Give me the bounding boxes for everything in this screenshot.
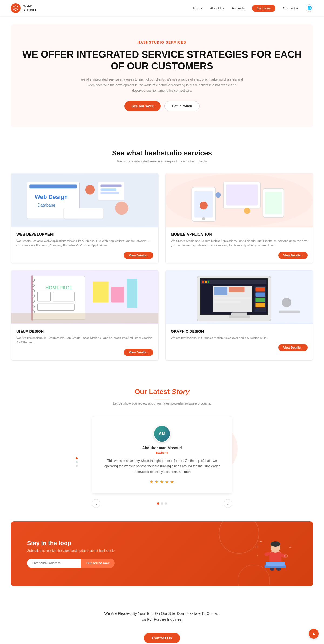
svg-rect-53 bbox=[214, 287, 227, 295]
testimonial-role: Backend bbox=[103, 451, 221, 454]
dot-1[interactable] bbox=[76, 457, 78, 459]
view-details-uiux[interactable]: View Details › bbox=[124, 349, 153, 356]
pagination-dot-1[interactable] bbox=[157, 502, 159, 505]
service-card-mobile: MOBILE APPLICATION We Create Stable and … bbox=[165, 173, 313, 263]
contact-us-button[interactable]: Contact Us bbox=[144, 633, 180, 643]
service-card-graphic: GRAPHIC DESIGN We are professional in Gr… bbox=[165, 270, 313, 361]
testimonial-avatar: AM bbox=[153, 425, 171, 442]
svg-text:hs: hs bbox=[14, 7, 17, 10]
newsletter-title: Stay in the loop bbox=[27, 540, 115, 547]
dot-2[interactable] bbox=[76, 461, 78, 463]
service-desc-webdev: We Create Scalable Web Applications Whic… bbox=[16, 239, 153, 248]
service-title-graphic: GRAPHIC DESIGN bbox=[171, 329, 308, 333]
testimonial-divider bbox=[155, 399, 169, 399]
view-details-webdev[interactable]: View Details › bbox=[124, 252, 153, 259]
arrow-icon: › bbox=[147, 351, 148, 354]
testimonial-dots-left bbox=[76, 457, 78, 467]
svg-rect-80 bbox=[266, 562, 285, 566]
services-header: See what hashstudio services We provide … bbox=[11, 149, 313, 163]
svg-point-74 bbox=[271, 541, 280, 547]
svg-rect-65 bbox=[279, 310, 300, 313]
svg-point-23 bbox=[200, 201, 208, 209]
hero-buttons: See our work Get in touch bbox=[22, 101, 302, 111]
newsletter-form: Subscribe now bbox=[27, 559, 115, 568]
svg-rect-60 bbox=[255, 298, 265, 302]
service-image-webdev: Web Design Database bbox=[11, 173, 158, 227]
svg-rect-20 bbox=[226, 184, 258, 205]
svg-rect-4 bbox=[29, 184, 77, 188]
svg-rect-22 bbox=[265, 192, 282, 214]
nav-contact[interactable]: Contact ▾ bbox=[283, 6, 298, 10]
pagination-dot-2[interactable] bbox=[161, 502, 163, 505]
service-card-body-mobile: MOBILE APPLICATION We Create Stable and … bbox=[166, 227, 313, 263]
svg-rect-56 bbox=[214, 301, 241, 303]
svg-rect-11 bbox=[101, 192, 119, 194]
service-desc-uiux: We Are Professional In Graphics We Can C… bbox=[16, 336, 153, 345]
svg-text:⚙: ⚙ bbox=[255, 545, 259, 549]
get-in-touch-button[interactable]: Get in touch bbox=[164, 101, 200, 111]
hero-title: WE OFFER INTEGRATED SERVICE STRATEGIES F… bbox=[22, 49, 302, 72]
hero-section: HASHSTUDIO SERVICES WE OFFER INTEGRATED … bbox=[11, 24, 313, 127]
service-card-body-uiux: UI&UX DESIGN We Are Professional In Grap… bbox=[11, 324, 158, 360]
scroll-to-top-button[interactable]: ▲ bbox=[309, 629, 319, 639]
svg-text:Database: Database bbox=[38, 203, 56, 208]
language-selector[interactable]: 🌐 bbox=[306, 4, 313, 12]
svg-text:✦: ✦ bbox=[289, 546, 291, 549]
testimonial-subtitle: Let Us show you review about our latest … bbox=[11, 402, 313, 405]
svg-rect-13 bbox=[64, 208, 103, 219]
hero-subtitle: HASHSTUDIO SERVICES bbox=[22, 41, 302, 44]
svg-rect-49 bbox=[202, 281, 204, 283]
service-image-uiux: HOMEPAGE bbox=[11, 270, 158, 324]
svg-rect-40 bbox=[11, 313, 158, 323]
testimonial-wrapper: AM Abdulrahman Masoud Backend This websi… bbox=[92, 416, 232, 508]
see-our-work-button[interactable]: See our work bbox=[124, 101, 161, 111]
svg-rect-42 bbox=[111, 287, 124, 303]
svg-rect-63 bbox=[231, 312, 247, 316]
svg-text:Web Design: Web Design bbox=[35, 194, 68, 200]
service-card-webdev: Web Design Database WEB DEVELOPMENT We C… bbox=[11, 173, 159, 263]
newsletter-email-input[interactable] bbox=[27, 559, 81, 568]
testimonial-stars: ★★★★★ bbox=[103, 479, 221, 485]
svg-rect-51 bbox=[208, 281, 209, 283]
nav-links: Home About Us Projects Services Contact … bbox=[193, 4, 313, 12]
svg-rect-54 bbox=[229, 287, 245, 292]
svg-rect-10 bbox=[101, 188, 117, 191]
svg-text:HOMEPAGE: HOMEPAGE bbox=[45, 285, 73, 290]
next-testimonial-button[interactable]: › bbox=[224, 499, 232, 508]
prev-testimonial-button[interactable]: ‹ bbox=[92, 499, 100, 508]
service-desc-mobile: We Create Stable and Secure Mobile Appli… bbox=[171, 239, 308, 248]
service-title-webdev: WEB DEVELOPMENT bbox=[16, 232, 153, 236]
nav-services[interactable]: Services bbox=[252, 5, 275, 12]
svg-rect-55 bbox=[214, 297, 251, 299]
logo[interactable]: hs HASH STUDIO bbox=[11, 3, 36, 13]
svg-text:⚙: ⚙ bbox=[284, 553, 288, 559]
view-details-mobile[interactable]: View Details › bbox=[278, 252, 308, 259]
hero-description: we offer integrated service strategies t… bbox=[81, 77, 243, 93]
service-image-mobile bbox=[166, 173, 313, 227]
logo-text: HASH STUDIO bbox=[23, 4, 36, 12]
view-details-graphic[interactable]: View Details › bbox=[278, 344, 308, 351]
nav-home[interactable]: Home bbox=[193, 6, 202, 10]
logo-icon: hs bbox=[11, 3, 21, 13]
svg-rect-59 bbox=[255, 292, 265, 297]
service-title-mobile: MOBILE APPLICATION bbox=[171, 232, 308, 236]
newsletter-subscribe-button[interactable]: Subscribe now bbox=[81, 559, 115, 568]
services-section-desc: We provide integrated service strategies… bbox=[11, 159, 313, 163]
svg-rect-48 bbox=[201, 280, 267, 284]
services-grid: Web Design Database WEB DEVELOPMENT We C… bbox=[11, 173, 313, 361]
nav-about[interactable]: About Us bbox=[210, 6, 224, 10]
dot-3[interactable] bbox=[76, 465, 78, 467]
svg-rect-43 bbox=[127, 279, 137, 308]
nav-projects[interactable]: Projects bbox=[232, 6, 245, 10]
svg-point-18 bbox=[202, 217, 205, 220]
newsletter-section: Stay in the loop Subscribe to receive th… bbox=[11, 521, 313, 586]
arrow-icon: › bbox=[302, 346, 303, 349]
service-card-body-graphic: GRAPHIC DESIGN We are professional in Gr… bbox=[166, 324, 313, 356]
testimonial-card: AM Abdulrahman Masoud Backend This websi… bbox=[92, 416, 232, 494]
pagination-dot-3[interactable] bbox=[165, 502, 167, 505]
svg-point-24 bbox=[215, 192, 221, 198]
service-title-uiux: UI&UX DESIGN bbox=[16, 329, 153, 333]
footer-cta: We Are Pleased By Your Tour On Our Site.… bbox=[0, 597, 324, 644]
navbar: hs HASH STUDIO Home About Us Projects Se… bbox=[0, 0, 324, 16]
services-section: See what hashstudio services We provide … bbox=[0, 135, 324, 374]
